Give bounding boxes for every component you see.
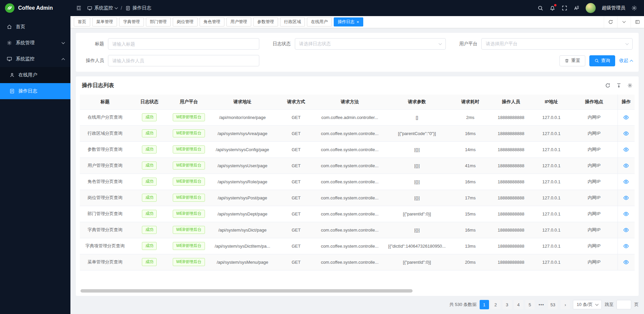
cell-method: GET bbox=[276, 222, 316, 238]
collapse-sidebar-icon[interactable] bbox=[76, 5, 82, 11]
cell-platform: WEB管理后台 bbox=[169, 206, 209, 222]
search-icon[interactable] bbox=[537, 5, 543, 11]
page-button-53[interactable]: 53 bbox=[548, 300, 557, 309]
status-badge: 成功 bbox=[142, 162, 157, 170]
page-button-1[interactable]: 1 bbox=[480, 300, 489, 309]
page-button-3[interactable]: 3 bbox=[502, 300, 512, 309]
cell-operator: 18888888888 bbox=[490, 238, 532, 254]
cell-title: 部门管理分页查询 bbox=[80, 206, 130, 222]
page-button-5[interactable]: 5 bbox=[525, 300, 535, 309]
page-buttons: 12345•••53 bbox=[480, 300, 558, 309]
cell-url: /api/system/sysRole/page bbox=[209, 174, 276, 190]
cell-params: [{"parentId":0}] bbox=[383, 254, 450, 270]
chevron-up-icon bbox=[62, 58, 65, 61]
page-button-4[interactable]: 4 bbox=[514, 300, 523, 309]
tab-label: 菜单管理 bbox=[96, 19, 113, 25]
sidebar-item-label: 在线用户 bbox=[18, 72, 64, 78]
jump-suffix: 页 bbox=[634, 302, 639, 308]
view-button[interactable] bbox=[623, 195, 629, 201]
column-header: 请求方法 bbox=[316, 95, 383, 109]
platform-select[interactable]: 请选择用户平台 bbox=[481, 38, 633, 50]
view-button[interactable] bbox=[623, 259, 629, 265]
avatar[interactable] bbox=[586, 3, 596, 13]
chevron-down-icon bbox=[115, 6, 118, 9]
tab-首页[interactable]: 首页 bbox=[74, 17, 90, 26]
cell-title: 在线用户分页查询 bbox=[80, 109, 130, 125]
tab-部门管理[interactable]: 部门管理 bbox=[146, 17, 171, 26]
breadcrumb-item[interactable]: 操作日志 bbox=[125, 5, 151, 11]
view-button[interactable] bbox=[623, 163, 629, 169]
view-button[interactable] bbox=[623, 115, 629, 120]
translate-icon[interactable] bbox=[574, 5, 580, 11]
refresh-icon[interactable] bbox=[604, 16, 617, 28]
cell-params: [{"parentCode":"0"}] bbox=[383, 125, 450, 141]
tab-参数管理[interactable]: 参数管理 bbox=[253, 17, 278, 26]
view-button[interactable] bbox=[623, 179, 629, 185]
tab-岗位管理[interactable]: 岗位管理 bbox=[173, 17, 198, 26]
tab-字典管理[interactable]: 字典管理 bbox=[119, 17, 144, 26]
view-button[interactable] bbox=[623, 131, 629, 136]
sidebar-item-home[interactable]: 首页 bbox=[0, 19, 70, 35]
collapse-search-link[interactable]: 收起 bbox=[619, 58, 633, 64]
eye-icon bbox=[623, 147, 629, 152]
table-row: 部门管理分页查询成功WEB管理后台/api/system/sysDept/pag… bbox=[80, 206, 635, 222]
tab-角色管理[interactable]: 角色管理 bbox=[200, 17, 224, 26]
cell-func: com.coffee.system.controlle... bbox=[316, 158, 383, 174]
next-page-button[interactable]: › bbox=[560, 300, 570, 309]
tab-菜单管理[interactable]: 菜单管理 bbox=[92, 17, 117, 26]
scrollbar-thumb[interactable] bbox=[80, 289, 413, 293]
view-button[interactable] bbox=[623, 243, 629, 249]
query-button[interactable]: 查询 bbox=[589, 55, 615, 66]
breadcrumb-item[interactable]: 系统监控 bbox=[87, 5, 117, 11]
operator-input[interactable] bbox=[108, 55, 259, 66]
reset-button[interactable]: 重置 bbox=[559, 55, 585, 66]
pagination: 共 530 条数据 12345•••53 › 10 条/页 跳至 页 bbox=[76, 300, 639, 309]
cell-operator: 18888888888 bbox=[490, 206, 532, 222]
refresh-icon[interactable] bbox=[605, 83, 610, 88]
cell-action bbox=[618, 238, 635, 254]
tab-在线用户[interactable]: 在线用户 bbox=[307, 17, 332, 26]
title-input[interactable] bbox=[108, 38, 259, 50]
cell-ip: 127.0.0.1 bbox=[532, 206, 571, 222]
sidebar-item-system-manage[interactable]: 系统管理 bbox=[0, 35, 70, 51]
gear-icon[interactable] bbox=[627, 83, 633, 88]
table-header-row: 标题日志状态用户平台请求地址请求方式请求方法请求参数请求耗时操作人员IP地址操作… bbox=[80, 95, 635, 109]
fullscreen-icon[interactable] bbox=[561, 5, 568, 11]
column-header: 操作 bbox=[618, 95, 635, 109]
cell-title: 字典管理分页查询 bbox=[80, 222, 130, 238]
close-tab-icon[interactable]: × bbox=[357, 20, 359, 24]
jump-input[interactable] bbox=[616, 300, 631, 309]
sidebar-item-system-monitor[interactable]: 系统监控 bbox=[0, 51, 70, 67]
page-size-select[interactable]: 10 条/页 bbox=[573, 300, 602, 309]
chevron-down-icon[interactable] bbox=[617, 16, 631, 28]
title-field: 标题 bbox=[82, 38, 259, 50]
platform-badge: WEB管理后台 bbox=[173, 162, 205, 170]
layout-icon[interactable] bbox=[631, 16, 644, 28]
sidebar-item-online-users[interactable]: 在线用户 bbox=[0, 67, 70, 83]
cell-platform: WEB管理后台 bbox=[169, 254, 209, 270]
username[interactable]: 超级管理员 bbox=[602, 5, 625, 11]
cell-func: com.coffee.system.controlle... bbox=[316, 206, 383, 222]
sidebar-item-operation-log[interactable]: 操作日志 bbox=[0, 83, 70, 99]
status-badge: 成功 bbox=[142, 258, 157, 266]
tab-用户管理[interactable]: 用户管理 bbox=[226, 17, 251, 26]
cell-url: /api/system/sysConfig/page bbox=[209, 141, 276, 158]
column-header: 请求方式 bbox=[276, 95, 316, 109]
bell-icon[interactable] bbox=[549, 5, 555, 11]
page-button-2[interactable]: 2 bbox=[491, 300, 500, 309]
status-select[interactable]: 请选择日志状态 bbox=[295, 38, 446, 50]
panel-header: 操作日志列表 bbox=[80, 76, 635, 95]
cell-platform: WEB管理后台 bbox=[169, 174, 209, 190]
view-button[interactable] bbox=[623, 227, 629, 233]
gear-icon[interactable] bbox=[631, 5, 637, 11]
view-button[interactable] bbox=[623, 211, 629, 217]
tab-行政区域[interactable]: 行政区域 bbox=[280, 17, 305, 26]
logo-text: Coffee Admin bbox=[18, 5, 53, 11]
cell-time: 14ms bbox=[450, 141, 490, 158]
view-button[interactable] bbox=[623, 147, 629, 152]
cell-action bbox=[618, 206, 635, 222]
column-height-icon[interactable] bbox=[616, 83, 622, 88]
cell-platform: WEB管理后台 bbox=[169, 109, 209, 125]
tab-操作日志[interactable]: 操作日志× bbox=[334, 17, 363, 26]
eye-icon bbox=[623, 179, 629, 185]
